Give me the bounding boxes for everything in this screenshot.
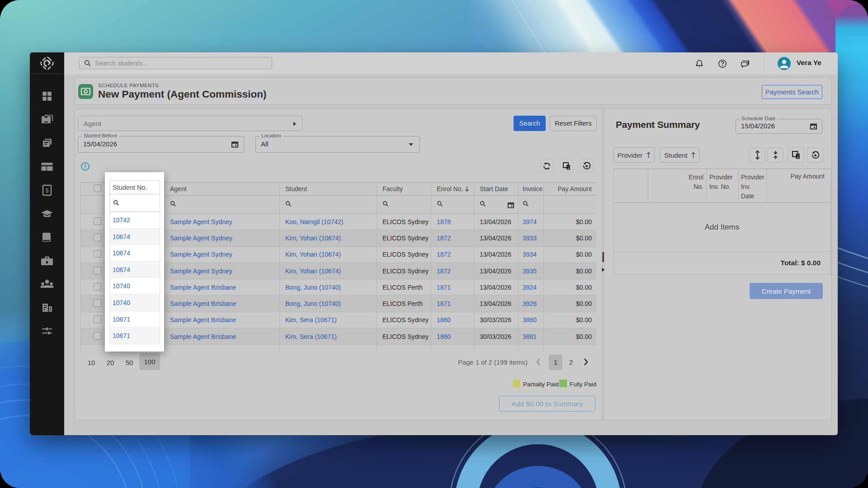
svg-text:$: $ (45, 187, 49, 194)
